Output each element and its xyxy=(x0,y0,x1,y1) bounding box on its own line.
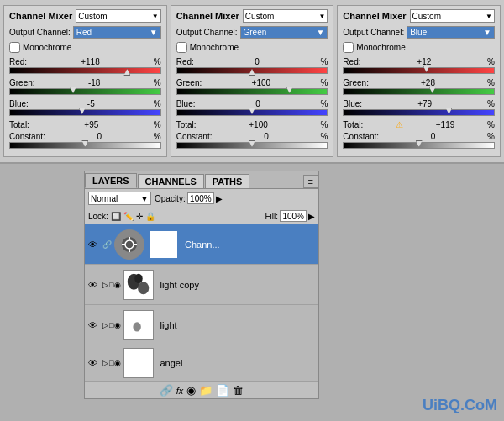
svg-rect-3 xyxy=(129,249,130,252)
layer-icons-light-copy: ▷ □ ◉ xyxy=(102,281,121,289)
blend-mode-select[interactable]: Normal▼ xyxy=(88,192,151,205)
preset-dropdown-green[interactable]: Custom▼ xyxy=(243,9,328,23)
svg-point-8 xyxy=(138,282,149,294)
mask-icon-light-copy: ◉ xyxy=(114,281,121,289)
total-value-red: +95 xyxy=(84,120,98,129)
folder-bottom-icon[interactable]: 📁 xyxy=(199,384,213,397)
green-slider-label-1: Green: xyxy=(176,78,202,87)
green-slider-track-0[interactable] xyxy=(176,67,328,74)
lock-paint-icon[interactable]: ✏️ xyxy=(123,212,134,221)
mask-bottom-icon[interactable]: ◉ xyxy=(186,384,196,397)
blue-slider-value-0: +12 xyxy=(417,57,431,66)
fx-bottom-icon[interactable]: fx xyxy=(176,386,184,396)
monochrome-checkbox-green[interactable] xyxy=(176,42,187,53)
layer-icons-chann: 🔗 xyxy=(102,240,112,249)
mask-icon-light: ◉ xyxy=(114,321,121,329)
blue-slider-track-2[interactable] xyxy=(343,109,495,116)
tab-channels[interactable]: CHANNELS xyxy=(138,174,204,188)
lock-pixel-icon[interactable]: 🔲 xyxy=(111,212,121,221)
green-slider-value-0: 0 xyxy=(255,57,260,66)
opacity-input[interactable]: 100% xyxy=(187,192,214,204)
link-bottom-icon[interactable]: 🔗 xyxy=(160,384,173,397)
lock-move-icon[interactable]: ✛ xyxy=(136,212,143,221)
lock-all-icon[interactable]: 🔒 xyxy=(145,212,155,221)
fill-label: Fill: xyxy=(265,212,278,221)
lock-label: Lock: xyxy=(88,212,108,221)
preset-dropdown-blue[interactable]: Custom▼ xyxy=(410,9,495,23)
channel-mixer-red: Channel Mixer Custom▼ Output Channel: Re… xyxy=(3,5,167,157)
create-bottom-icon[interactable]: 📄 xyxy=(216,384,229,397)
eye-icon-angel[interactable]: 👁 xyxy=(88,358,100,368)
type-icon-light-copy: ▷ xyxy=(102,281,108,289)
monochrome-checkbox-red[interactable] xyxy=(9,42,20,53)
mixer-title-green: Channel Mixer xyxy=(176,11,239,21)
svg-point-9 xyxy=(135,273,143,282)
delete-bottom-icon[interactable]: 🗑 xyxy=(233,384,244,397)
monochrome-checkbox-blue[interactable] xyxy=(343,42,354,53)
fx-icon-angel: □ xyxy=(109,359,113,367)
red-slider-value-1: -18 xyxy=(88,78,100,87)
svg-point-11 xyxy=(134,322,141,331)
output-channel-select-red[interactable]: Red▼ xyxy=(73,26,161,39)
layer-icons-light: ▷ □ ◉ xyxy=(102,321,121,329)
layer-row-angel[interactable]: 👁 ▷ □ ◉ angel xyxy=(85,345,318,382)
constant-slider-red[interactable] xyxy=(9,142,161,149)
type-icon-light: ▷ xyxy=(102,321,108,329)
monochrome-label-red: Monochrome xyxy=(23,43,71,52)
constant-value-red: 0 xyxy=(97,132,102,141)
constant-label-blue: Constant: xyxy=(343,132,379,141)
eye-icon-light-copy[interactable]: 👁 xyxy=(88,280,100,290)
layers-toolbar: Normal▼ Opacity: 100% ▶ xyxy=(85,189,318,208)
monochrome-label-blue: Monochrome xyxy=(356,43,405,52)
layer-name-chann: Chann... xyxy=(181,239,315,250)
output-channel-select-blue[interactable]: Blue▼ xyxy=(407,26,495,39)
green-slider-label-0: Red: xyxy=(176,57,194,66)
eye-icon-chann[interactable]: 👁 xyxy=(88,239,100,250)
red-slider-track-0[interactable] xyxy=(9,67,161,74)
svg-rect-5 xyxy=(134,244,137,245)
blue-slider-value-2: +79 xyxy=(417,99,432,108)
layer-thumb-light-copy xyxy=(123,270,154,300)
red-slider-label-1: Green: xyxy=(9,78,35,87)
green-slider-track-2[interactable] xyxy=(176,109,328,116)
total-label-red: Total: xyxy=(9,120,29,129)
fill-input[interactable]: 100% xyxy=(280,210,307,222)
mask-icon-angel: ◉ xyxy=(114,359,121,367)
red-slider-label-0: Red: xyxy=(9,57,27,66)
constant-slider-blue[interactable] xyxy=(343,142,495,149)
mixer-title-blue: Channel Mixer xyxy=(343,11,406,21)
layers-bottom-bar: 🔗 fx ◉ 📁 📄 🗑 xyxy=(85,382,318,398)
red-slider-track-1[interactable] xyxy=(9,88,161,95)
layer-name-light-copy: light copy xyxy=(156,280,315,290)
bottom-section: LAYERS CHANNELS PATHS ≡ Normal▼ Opacity:… xyxy=(0,164,504,399)
blue-slider-track-1[interactable] xyxy=(343,88,495,95)
blue-slider-track-0[interactable] xyxy=(343,67,495,74)
preset-dropdown-red[interactable]: Custom▼ xyxy=(76,9,160,23)
green-slider-track-1[interactable] xyxy=(176,88,328,95)
tab-paths[interactable]: PATHS xyxy=(205,174,250,188)
green-slider-value-1: +100 xyxy=(252,78,271,87)
constant-value-green: 0 xyxy=(264,132,269,141)
fill-arrow[interactable]: ▶ xyxy=(308,212,315,221)
layer-mask-chann xyxy=(149,229,179,260)
opacity-arrow[interactable]: ▶ xyxy=(216,194,223,203)
layer-thumb-light xyxy=(123,310,154,340)
layers-menu-button[interactable]: ≡ xyxy=(303,175,318,188)
mixer-title-red: Channel Mixer xyxy=(9,11,72,21)
channel-mixer-blue: Channel Mixer Custom▼ Output Channel: Bl… xyxy=(337,5,501,157)
red-slider-track-2[interactable] xyxy=(9,109,161,116)
layer-row-light-copy[interactable]: 👁 ▷ □ ◉ light copy xyxy=(85,265,318,305)
opacity-row: Opacity: 100% ▶ xyxy=(155,192,223,204)
type-icon-angel: ▷ xyxy=(102,359,108,367)
output-channel-select-green[interactable]: Green▼ xyxy=(240,26,328,39)
constant-slider-green[interactable] xyxy=(176,142,328,149)
layer-thumb-chann xyxy=(114,229,144,260)
eye-icon-light[interactable]: 👁 xyxy=(88,320,100,330)
tab-layers[interactable]: LAYERS xyxy=(85,173,137,188)
blue-slider-label-1: Green: xyxy=(343,78,369,87)
blue-slider-label-0: Red: xyxy=(343,57,360,66)
link-icon-chann[interactable]: 🔗 xyxy=(102,240,112,249)
fx-icon-light: □ xyxy=(109,321,113,329)
layer-row-chann[interactable]: 👁 🔗 Chann... xyxy=(85,224,318,265)
layer-row-light[interactable]: 👁 ▷ □ ◉ light xyxy=(85,305,318,345)
